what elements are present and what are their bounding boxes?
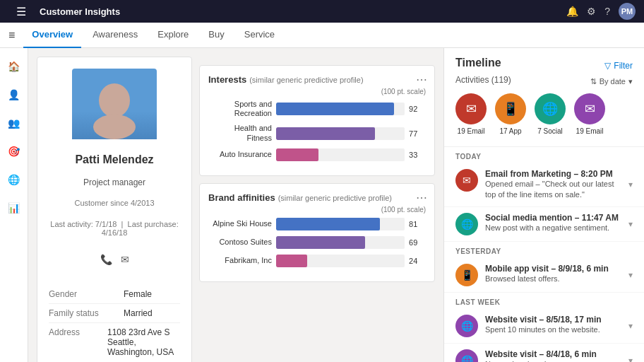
topbar: ☰ Customer Insights 🔔 ⚙ ? PM bbox=[0, 0, 644, 23]
interests-menu[interactable]: ⋯ bbox=[416, 73, 427, 86]
tab-overview[interactable]: Overview bbox=[23, 23, 81, 48]
topbar-icons: 🔔 ⚙ ? PM bbox=[566, 3, 636, 20]
interests-title-row: Interests (similar generic predictive pr… bbox=[208, 74, 426, 88]
timeline-item-content-1: Social media mention – 11:47 AM New post… bbox=[485, 213, 621, 233]
activity-email-2[interactable]: ✉ 19 Email bbox=[574, 93, 605, 135]
content-area: Patti Melendez Project manager Customer … bbox=[28, 48, 644, 362]
tab-awareness[interactable]: Awareness bbox=[84, 23, 146, 48]
activity-social[interactable]: 🌐 7 Social bbox=[535, 93, 566, 135]
timeline-activities-count: Activities (119) bbox=[455, 75, 511, 85]
target-icon[interactable]: 🎯 bbox=[1, 139, 27, 164]
left-sidebar: 🏠 👤 👥 🎯 🌐 📊 bbox=[0, 48, 28, 362]
interest-bar-0 bbox=[276, 103, 394, 115]
brand-menu[interactable]: ⋯ bbox=[416, 191, 427, 204]
phone-icon[interactable]: 📞 bbox=[100, 254, 112, 265]
timeline-chevron-4[interactable]: ▾ bbox=[628, 356, 633, 362]
interest-bar-1 bbox=[276, 127, 375, 140]
section-yesterday: YESTERDAY bbox=[444, 242, 644, 258]
timeline-item-desc-1: New post with a negative sentiment. bbox=[485, 223, 621, 233]
person-icon[interactable]: 👤 bbox=[1, 82, 27, 107]
avatar[interactable]: PM bbox=[619, 3, 636, 20]
timeline-item-content-4: Website visit – 8/4/18, 6 min New order … bbox=[485, 349, 621, 362]
timeline-mobile-icon: 📱 bbox=[455, 264, 478, 286]
timeline-web-icon-1: 🌐 bbox=[455, 349, 478, 362]
social-label: 7 Social bbox=[537, 127, 563, 135]
interest-row-1: Health and Fitness 77 bbox=[208, 124, 426, 142]
profile-activity: Last activity: 7/1/18 | Last purchase: 4… bbox=[49, 220, 180, 237]
brand-row-0: Alpine Ski House 81 bbox=[208, 218, 426, 230]
tab-service[interactable]: Service bbox=[236, 23, 283, 48]
profile-details: Gender Female Family status Married Addr… bbox=[49, 285, 180, 361]
timeline-social-icon-1: 🌐 bbox=[455, 213, 478, 235]
section-today: TODAY bbox=[444, 147, 644, 163]
globe-icon[interactable]: 🌐 bbox=[1, 167, 27, 192]
section-lastweek: LAST WEEK bbox=[444, 293, 644, 309]
sort-label: By date bbox=[600, 77, 626, 86]
email-circle-1: ✉ bbox=[455, 93, 487, 124]
profile-contact: 📞 ✉ bbox=[49, 254, 180, 265]
email-label-1: 19 Email bbox=[458, 127, 485, 135]
timeline-filter[interactable]: ▽ Filter bbox=[604, 61, 633, 71]
timeline-item-title-2: Mobile app visit – 8/9/18, 6 min bbox=[485, 264, 621, 274]
group-icon[interactable]: 👥 bbox=[1, 110, 27, 136]
top-row: Patti Melendez Project manager Customer … bbox=[37, 57, 435, 362]
profile-name: Patti Melendez bbox=[49, 153, 180, 166]
timeline-item-content-2: Mobile app visit – 8/9/18, 6 min Browsed… bbox=[485, 264, 621, 284]
nav-hamburger-icon[interactable]: ≡ bbox=[8, 29, 15, 42]
timeline-item-content-0: Email from Marketing – 8:20 PM Opened em… bbox=[485, 169, 621, 201]
timeline-body: TODAY ✉ Email from Marketing – 8:20 PM O… bbox=[444, 147, 644, 362]
chart-icon[interactable]: 📊 bbox=[1, 195, 27, 221]
interests-chart: Interests (similar generic predictive pr… bbox=[199, 65, 435, 176]
bell-icon[interactable]: 🔔 bbox=[566, 6, 578, 17]
timeline-item-title-3: Website visit – 8/5/18, 17 min bbox=[485, 315, 621, 325]
email-icon[interactable]: ✉ bbox=[121, 254, 129, 265]
timeline-activity-row: Activities (119) ⇅ By date ▾ bbox=[455, 75, 633, 88]
activity-email-1[interactable]: ✉ 19 Email bbox=[455, 93, 487, 135]
hamburger-icon[interactable]: ☰ bbox=[8, 0, 34, 24]
interest-row-0: Sports and Recreation 92 bbox=[208, 100, 426, 118]
interest-row-2: Auto Insurance 33 bbox=[208, 148, 426, 161]
timeline-item-content-3: Website visit – 8/5/18, 17 min Spent 10 … bbox=[485, 315, 621, 335]
timeline-item-2: 📱 Mobile app visit – 8/9/18, 6 min Brows… bbox=[444, 258, 644, 293]
sort-by[interactable]: ⇅ By date ▾ bbox=[590, 77, 633, 86]
home-icon[interactable]: 🏠 bbox=[1, 54, 27, 79]
social-circle: 🌐 bbox=[535, 93, 566, 124]
tab-explore[interactable]: Explore bbox=[149, 23, 197, 48]
timeline-item-title-1: Social media mention – 11:47 AM bbox=[485, 213, 621, 223]
timeline-item-desc-2: Browsed latest offers. bbox=[485, 274, 621, 284]
timeline-chevron-2[interactable]: ▾ bbox=[628, 270, 633, 280]
timeline-item-1: 🌐 Social media mention – 11:47 AM New po… bbox=[444, 207, 644, 242]
timeline-chevron-1[interactable]: ▾ bbox=[628, 219, 633, 229]
brand-bar-0 bbox=[276, 218, 380, 230]
brand-bar-1 bbox=[276, 236, 365, 249]
profile-detail-gender: Gender Female bbox=[49, 285, 180, 304]
timeline-item-desc-0: Opened email – "Check out our latest top… bbox=[485, 179, 621, 201]
settings-icon[interactable]: ⚙ bbox=[587, 6, 596, 17]
email-circle-2: ✉ bbox=[574, 93, 605, 124]
timeline-item-desc-3: Spent 10 minutes on the website. bbox=[485, 325, 621, 335]
timeline-chevron-0[interactable]: ▾ bbox=[628, 180, 633, 189]
svg-rect-1 bbox=[93, 115, 136, 139]
profile-avatar-svg bbox=[86, 79, 143, 139]
timeline-panel: Timeline ▽ Filter Activities (119) ⇅ By … bbox=[443, 48, 644, 362]
timeline-header: Timeline ▽ Filter Activities (119) ⇅ By … bbox=[444, 48, 644, 147]
profile-title: Project manager bbox=[49, 177, 180, 187]
timeline-chevron-3[interactable]: ▾ bbox=[628, 321, 633, 331]
profile-detail-address: Address 1108 23rd Ave SSeattle, Washingt… bbox=[49, 323, 180, 361]
email-label-2: 19 Email bbox=[576, 127, 604, 135]
timeline-item-desc-4: New order placed. bbox=[485, 359, 621, 362]
filter-icon: ▽ bbox=[604, 61, 611, 71]
help-icon[interactable]: ? bbox=[604, 6, 610, 17]
filter-label: Filter bbox=[614, 61, 633, 71]
activity-type-icons: ✉ 19 Email 📱 17 App 🌐 7 Social ✉ 19 Emai… bbox=[455, 88, 633, 141]
app-label: 17 App bbox=[499, 127, 521, 135]
activity-app[interactable]: 📱 17 App bbox=[495, 93, 526, 135]
tab-buy[interactable]: Buy bbox=[200, 23, 232, 48]
interest-bar-2 bbox=[276, 148, 318, 161]
brand-title-row: Brand affinities (similar generic predic… bbox=[208, 192, 426, 206]
profile-detail-family: Family status Married bbox=[49, 304, 180, 323]
profile-since: Customer since 4/2013 bbox=[49, 199, 180, 207]
main-content: 🏠 👤 👥 🎯 🌐 📊 bbox=[0, 48, 644, 362]
brand-bar-2 bbox=[276, 255, 307, 267]
timeline-item-3: 🌐 Website visit – 8/5/18, 17 min Spent 1… bbox=[444, 309, 644, 344]
